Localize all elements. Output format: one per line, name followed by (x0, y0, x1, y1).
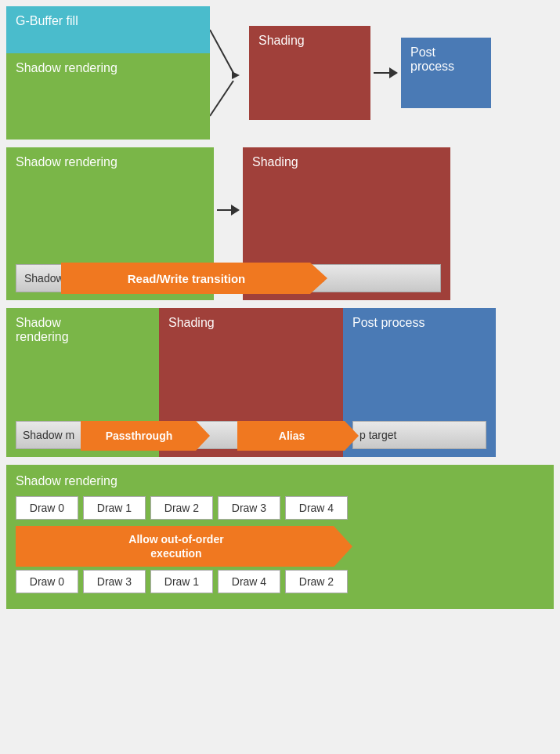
section2: Shadow rendering Shadow map Shading Shad… (6, 147, 554, 300)
gbuffer-label: G-Buffer fill (16, 14, 78, 28)
alias-arrow: Alias (237, 421, 359, 451)
svg-line-0 (210, 30, 233, 73)
postprocess-label-1: Post process (410, 45, 482, 74)
svg-line-1 (210, 81, 233, 116)
transition-label: Read/Write transition (128, 272, 246, 285)
arrow-shading-to-post (374, 67, 398, 78)
readwrite-transition-arrow: Read/Write transition (61, 263, 327, 294)
draw-box-0-r2: Draw 0 (16, 570, 78, 593)
draw-box-4-r2: Draw 4 (218, 570, 280, 593)
shading-label-3: Shading (168, 316, 334, 330)
shadow-label-3: Shadowrendering (16, 316, 150, 344)
section2-connector (217, 205, 240, 216)
shading-label-2: Shading (252, 155, 441, 169)
draw-row-1: Draw 0 Draw 1 Draw 2 Draw 3 Draw 4 (16, 496, 544, 520)
svg-marker-2 (232, 71, 240, 79)
draw-box-2-r2: Draw 2 (285, 570, 348, 593)
allow-ooo-label: Allow out-of-orderexecution (128, 532, 223, 560)
draw-box-0-r1: Draw 0 (16, 496, 78, 520)
gbuffer-block: G-Buffer fill (6, 6, 210, 53)
shadow-block-1: Shadow rendering (6, 53, 210, 140)
shadow-rendering-section4: Shadow rendering Draw 0 Draw 1 Draw 2 Dr… (6, 465, 554, 609)
shadow-label-1: Shadow rendering (16, 61, 117, 75)
postprocess-resource-3: p target (352, 421, 486, 449)
shading-block-1: Shading (249, 26, 370, 120)
section4: Shadow rendering Draw 0 Draw 1 Draw 2 Dr… (6, 465, 554, 609)
draw-box-3-r2: Draw 3 (83, 570, 146, 593)
postprocess-label-3: Post process (352, 316, 486, 330)
draw-row-2: Draw 0 Draw 3 Draw 1 Draw 4 Draw 2 (16, 570, 544, 593)
draw-box-1-r1: Draw 1 (83, 496, 146, 520)
draw-box-2-r1: Draw 2 (150, 496, 213, 520)
draw-box-4-r1: Draw 4 (285, 496, 348, 520)
draw-box-3-r1: Draw 3 (218, 496, 280, 520)
passthrough-arrow: Passthrough (81, 421, 210, 451)
section3: Shadowrendering Shadow m Shading w ma Po… (6, 308, 554, 457)
postprocess-block-3: Post process p target (343, 308, 496, 457)
allow-ooo-arrow: Allow out-of-orderexecution (16, 526, 352, 567)
shading-label-1: Shading (258, 34, 305, 48)
section4-title: Shadow rendering (16, 474, 544, 488)
shadow-label-2: Shadow rendering (16, 155, 204, 169)
draw-box-1-r2: Draw 1 (150, 570, 213, 593)
section1: G-Buffer fill Shadow rendering Shading (6, 6, 554, 140)
postprocess-block-1: Post process (401, 38, 491, 108)
